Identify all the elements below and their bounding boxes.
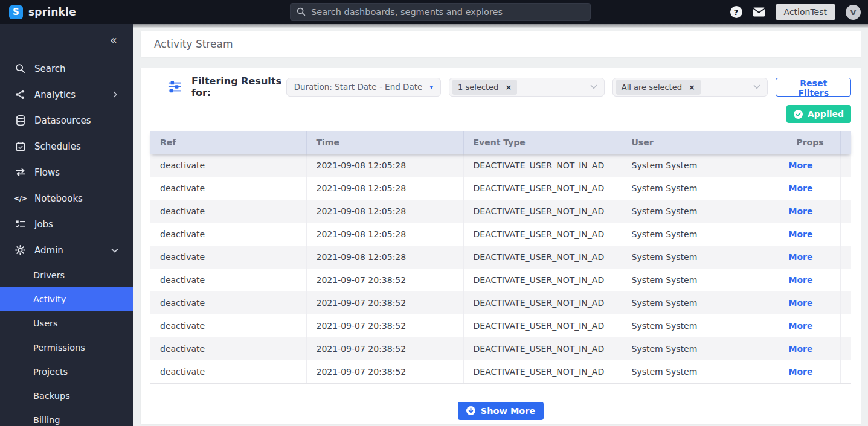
show-more-label: Show More: [481, 406, 536, 416]
account-button[interactable]: ActionTest: [776, 4, 835, 20]
time-cell: 2021-09-07 20:38:52: [306, 314, 463, 337]
event-type-cell: DEACTIVATE_USER_NOT_IN_AD: [463, 200, 622, 223]
sidebar-item-notebooks[interactable]: </> Notebooks: [0, 185, 133, 211]
chevron-down-icon: [753, 83, 761, 91]
ref-cell: deactivate: [150, 337, 306, 360]
user-cell: System System: [622, 177, 780, 200]
applied-row: Applied: [150, 105, 851, 123]
filter-label: Filtering Results for:: [191, 75, 286, 98]
database-icon: [14, 115, 26, 126]
more-link[interactable]: More: [789, 298, 813, 308]
time-cell: 2021-09-07 20:38:52: [306, 337, 463, 360]
more-link[interactable]: More: [789, 321, 813, 331]
sidebar-item-analytics[interactable]: Analytics: [0, 81, 133, 107]
avatar[interactable]: V: [846, 5, 861, 20]
ref-cell: deactivate: [150, 291, 306, 314]
search-icon: [14, 63, 26, 74]
sidebar-item-projects[interactable]: Projects: [0, 360, 133, 384]
help-icon[interactable]: ?: [730, 6, 742, 18]
filter-chip: All are selected ×: [616, 80, 701, 95]
sidebar-collapse-icon[interactable]: «: [110, 34, 117, 46]
sidebar-item-permissions[interactable]: Permissions: [0, 335, 133, 360]
ref-cell: deactivate: [150, 360, 306, 383]
applied-button[interactable]: Applied: [786, 105, 851, 123]
more-link[interactable]: More: [789, 229, 813, 239]
sidebar-item-label: Notebooks: [34, 193, 83, 204]
sidebar-item-datasources[interactable]: Datasources: [0, 107, 133, 133]
sidebar-item-users[interactable]: Users: [0, 311, 133, 335]
sidebar-item-label: Flows: [34, 167, 60, 178]
reset-filters-button[interactable]: Reset Filters: [776, 78, 851, 97]
sprinkle-logo-icon: S: [9, 5, 23, 19]
event-type-cell: DEACTIVATE_USER_NOT_IN_AD: [463, 360, 622, 383]
column-header-ref: Ref: [150, 131, 306, 154]
sidebar-item-schedules[interactable]: Schedules: [0, 133, 133, 159]
table-row: deactivate 2021-09-08 12:05:28 DEACTIVAT…: [150, 200, 851, 223]
more-link[interactable]: More: [789, 275, 813, 285]
sidebar-item-admin[interactable]: Admin: [0, 237, 133, 263]
more-link[interactable]: More: [789, 161, 813, 170]
mail-icon[interactable]: [753, 7, 765, 17]
sidebar-item-backups[interactable]: Backups: [0, 384, 133, 408]
sidebar-nav: Search Analytics: [0, 24, 133, 426]
event-type-filter-dropdown[interactable]: 1 selected ×: [449, 78, 605, 97]
filter-chip: 1 selected ×: [452, 80, 517, 95]
user-cell: System System: [622, 200, 780, 223]
table-row: deactivate 2021-09-08 12:05:28 DEACTIVAT…: [150, 154, 851, 177]
sidebar-item-label: Datasources: [34, 115, 91, 126]
user-cell: System System: [622, 269, 780, 291]
search-input[interactable]: [311, 7, 584, 17]
duration-filter-dropdown[interactable]: Duration: Start Date - End Date ▾: [286, 78, 441, 97]
duration-filter-value: Duration: Start Date - End Date: [294, 82, 423, 92]
sidebar-item-activity[interactable]: Activity: [0, 287, 133, 311]
user-cell: System System: [622, 154, 780, 177]
chevron-down-icon: [590, 83, 598, 91]
code-icon: </>: [14, 192, 26, 204]
chevron-right-icon: [112, 91, 118, 98]
sidebar-item-jobs[interactable]: Jobs: [0, 211, 133, 237]
user-cell: System System: [622, 246, 780, 269]
chevron-down-icon: [111, 247, 118, 254]
brand-name: sprinkle: [28, 6, 76, 18]
table-row: deactivate 2021-09-07 20:38:52 DEACTIVAT…: [150, 269, 851, 291]
more-link[interactable]: More: [789, 344, 813, 354]
main-content: Activity Stream: [133, 24, 868, 426]
more-link[interactable]: More: [789, 183, 813, 193]
time-cell: 2021-09-08 12:05:28: [306, 246, 463, 269]
sidebar-item-flows[interactable]: Flows: [0, 159, 133, 185]
time-cell: 2021-09-08 12:05:28: [306, 154, 463, 177]
more-link[interactable]: More: [789, 252, 813, 262]
user-cell: System System: [622, 360, 780, 383]
spacer-cell: [840, 337, 851, 360]
more-link[interactable]: More: [789, 367, 813, 377]
sidebar-item-drivers[interactable]: Drivers: [0, 263, 133, 287]
spacer-cell: [840, 154, 851, 177]
spacer-cell: [840, 314, 851, 337]
ref-cell: deactivate: [150, 177, 306, 200]
spacer-cell: [840, 200, 851, 223]
time-cell: 2021-09-08 12:05:28: [306, 223, 463, 246]
close-icon[interactable]: ×: [505, 83, 512, 92]
event-type-cell: DEACTIVATE_USER_NOT_IN_AD: [463, 223, 622, 246]
ref-cell: deactivate: [150, 223, 306, 246]
search-icon: [297, 7, 306, 16]
user-cell: System System: [622, 314, 780, 337]
ref-cell: deactivate: [150, 246, 306, 269]
page-title: Activity Stream: [141, 31, 861, 57]
event-type-cell: DEACTIVATE_USER_NOT_IN_AD: [463, 246, 622, 269]
spacer-cell: [840, 223, 851, 246]
sidebar-item-search[interactable]: Search: [0, 56, 133, 81]
sidebar-item-billing[interactable]: Billing: [0, 408, 133, 426]
global-search[interactable]: [290, 3, 591, 21]
arrows-exchange-icon: [14, 167, 26, 178]
close-icon[interactable]: ×: [689, 83, 695, 92]
spacer-cell: [840, 291, 851, 314]
ref-cell: deactivate: [150, 314, 306, 337]
check-circle-icon: [794, 110, 803, 119]
spacer-cell: [840, 269, 851, 291]
gear-icon: [14, 244, 26, 256]
column-header-spacer: [840, 131, 851, 154]
more-link[interactable]: More: [789, 206, 813, 216]
show-more-button[interactable]: Show More: [458, 402, 544, 420]
user-filter-dropdown[interactable]: All are selected ×: [612, 78, 768, 97]
